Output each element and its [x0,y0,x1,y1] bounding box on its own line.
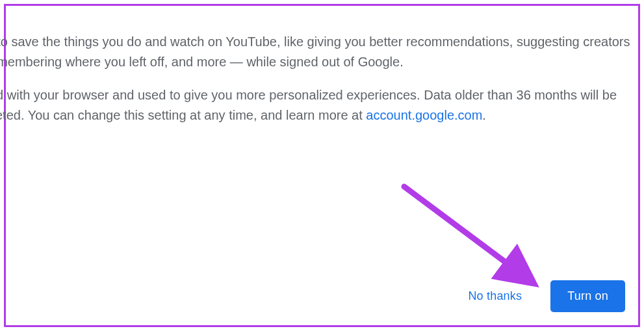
description-text-2b: . [482,108,486,122]
dialog-body: Choose whether to save the things you do… [0,32,633,139]
description-paragraph-2: This data is saved with your browser and… [0,85,633,126]
annotation-arrow-icon [399,181,548,295]
no-thanks-button[interactable]: No thanks [451,280,539,312]
svg-line-0 [404,187,532,282]
description-text-1: Choose whether to save the things you do… [0,34,630,69]
account-link[interactable]: account.google.com [366,108,482,122]
description-text-2a: This data is saved with your browser and… [0,88,617,122]
dialog-actions: No thanks Turn on [451,280,625,312]
dialog-frame: Choose whether to save the things you do… [4,4,640,327]
description-paragraph-1: Choose whether to save the things you do… [0,32,633,72]
turn-on-button[interactable]: Turn on [550,280,625,312]
